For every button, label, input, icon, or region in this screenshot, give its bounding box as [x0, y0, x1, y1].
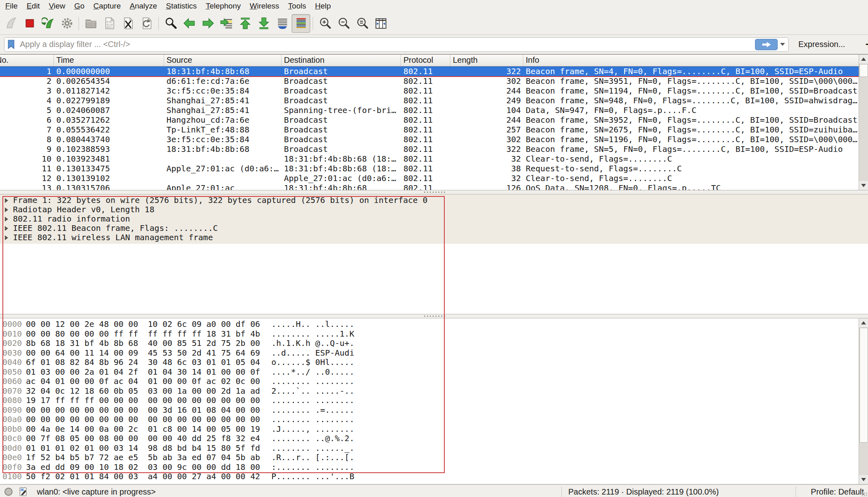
hex-bytes[interactable]: 00 00 00 00 00 00 00 00 00 3d 16 01 08 0…: [26, 405, 260, 415]
capture-stop-button[interactable]: [20, 14, 39, 33]
menu-go[interactable]: Go: [70, 0, 89, 12]
packet-row[interactable]: 70.055536422Tp-LinkT_ef:48:88Broadcast80…: [0, 125, 859, 134]
hex-row[interactable]: 007032 04 0c 12 18 60 0b 05 03 00 1a 00 …: [0, 386, 859, 396]
menu-wireless[interactable]: Wireless: [245, 0, 284, 12]
scrollbar-down-icon[interactable]: [859, 475, 868, 484]
hex-bytes[interactable]: 00 00 64 00 11 14 00 09 45 53 50 2d 41 7…: [26, 348, 260, 358]
hex-row[interactable]: 00406f 01 08 82 84 8b 96 24 30 48 6c 03 …: [0, 358, 859, 367]
zoom-out-button[interactable]: [334, 14, 353, 33]
hex-ascii[interactable]: ....*../ ..0.....: [271, 367, 354, 377]
menu-capture[interactable]: Capture: [89, 0, 126, 12]
hex-row[interactable]: 00a000 00 00 00 00 00 00 00 00 00 00 00 …: [0, 415, 859, 424]
hex-ascii[interactable]: ........ .....1.K: [271, 329, 354, 339]
hex-row[interactable]: 00f03a ed dd 09 00 10 18 02 03 00 9c 00 …: [0, 463, 859, 472]
hex-ascii[interactable]: .....H.. ..l.....: [271, 320, 354, 329]
scrollbar-track[interactable]: [859, 64, 868, 181]
hex-ascii[interactable]: .R...r.. [.:...[.: [271, 453, 354, 463]
hex-bytes[interactable]: 6f 01 08 82 84 8b 96 24 30 48 6c 03 01 0…: [26, 358, 260, 367]
menu-telephony[interactable]: Telephony: [201, 0, 245, 12]
hex-bytes[interactable]: 00 00 80 00 00 00 ff ff ff ff ff ff 18 3…: [26, 329, 260, 339]
hex-ascii[interactable]: ........ ..@.%.2.: [271, 434, 354, 444]
hex-bytes[interactable]: 50 f2 02 01 01 84 00 03 a4 00 00 27 a4 0…: [26, 472, 260, 482]
hex-row[interactable]: 008019 17 ff ff ff 00 00 00 00 00 00 00 …: [0, 396, 859, 405]
packet-bytes-scrollbar[interactable]: [859, 318, 868, 484]
packet-row[interactable]: 100.10392348118:31:bf:4b:8b:68 (18:…802.…: [0, 154, 859, 164]
expander-icon[interactable]: [5, 207, 8, 212]
hex-ascii[interactable]: :....... ........: [271, 463, 354, 472]
packet-row[interactable]: 120.130139102Apple_27:01:ac (d0:a6:…802.…: [0, 173, 859, 183]
menu-edit[interactable]: Edit: [22, 0, 45, 12]
hex-bytes[interactable]: 3a ed dd 09 00 10 18 02 03 00 9c 00 00 d…: [26, 463, 260, 472]
packet-row[interactable]: 90.10238859318:31:bf:4b:8b:68Broadcast80…: [0, 144, 859, 154]
menu-tools[interactable]: Tools: [284, 0, 310, 12]
column-header-source[interactable]: Source: [164, 55, 282, 66]
scrollbar-thumb[interactable]: [859, 328, 868, 443]
zoom-original-button[interactable]: [353, 14, 371, 33]
detail-tree-row[interactable]: Frame 1: 322 bytes on wire (2576 bits), …: [0, 196, 868, 205]
expander-icon[interactable]: [5, 198, 8, 203]
hex-row[interactable]: 00e01f 52 b4 b5 b7 72 ae e5 5b ab 3a ed …: [0, 453, 859, 463]
display-filter-input[interactable]: [19, 39, 755, 49]
packet-row[interactable]: 80.0804437403e:f5:cc:0e:35:84Broadcast80…: [0, 134, 859, 144]
hex-ascii[interactable]: .J....., ........: [271, 424, 354, 434]
hex-ascii[interactable]: ........ ......_.: [271, 444, 354, 453]
expander-icon[interactable]: [5, 235, 8, 240]
expander-icon[interactable]: [5, 217, 8, 222]
hex-ascii[interactable]: o......$ 0Hl.....: [271, 358, 354, 367]
hex-row[interactable]: 00d001 01 01 02 01 00 03 14 98 d8 bd b4 …: [0, 444, 859, 453]
filter-bookmark-icon[interactable]: [7, 39, 16, 50]
menu-view[interactable]: View: [44, 0, 70, 12]
column-header-length[interactable]: Length: [450, 55, 523, 66]
hex-bytes[interactable]: 32 04 0c 12 18 60 0b 05 03 00 1a 00 00 2…: [26, 386, 260, 396]
expert-info-icon[interactable]: [4, 487, 13, 496]
detail-tree-row[interactable]: IEEE 802.11 Beacon frame, Flags: .......…: [0, 224, 868, 233]
profile-text[interactable]: Profile: Default: [811, 487, 864, 497]
splitter-handle[interactable]: [423, 191, 445, 193]
expander-icon[interactable]: [5, 226, 8, 231]
packet-row[interactable]: 40.022799189Shanghai_27:85:41Broadcast80…: [0, 96, 859, 105]
auto-scroll-button[interactable]: [273, 14, 292, 33]
capture-comment-icon[interactable]: [19, 487, 28, 497]
hex-bytes[interactable]: 01 01 01 02 01 00 03 14 98 d8 bd b4 15 8…: [26, 444, 260, 453]
detail-tree-row[interactable]: Radiotap Header v0, Length 18: [0, 205, 868, 214]
hex-bytes[interactable]: 8b 68 18 31 bf 4b 8b 68 40 00 85 51 2d 7…: [26, 339, 260, 348]
capture-start-button[interactable]: [2, 14, 20, 33]
file-save-button[interactable]: 010101100011: [100, 14, 119, 33]
detail-tree-row[interactable]: 802.11 radio information: [0, 214, 868, 224]
column-header-time[interactable]: Time: [54, 55, 164, 66]
file-close-button[interactable]: [119, 14, 137, 33]
hex-bytes[interactable]: 01 03 00 00 2a 01 04 2f 01 04 30 14 01 0…: [26, 367, 260, 377]
go-forward-button[interactable]: [198, 14, 217, 33]
hex-bytes[interactable]: 00 4a 0e 14 00 0a 00 2c 01 c8 00 14 00 0…: [26, 424, 260, 434]
column-header-protocol[interactable]: Protocol: [401, 55, 450, 66]
hex-ascii[interactable]: ..d..... ESP-Audi: [271, 348, 354, 358]
hex-ascii[interactable]: ........ ........: [271, 377, 354, 386]
hex-row[interactable]: 010050 f2 02 01 01 84 00 03 a4 00 00 27 …: [0, 472, 859, 482]
expression-button[interactable]: Expression...: [798, 40, 845, 49]
capture-options-button[interactable]: [58, 14, 76, 33]
hex-row[interactable]: 001000 00 80 00 00 00 ff ff ff ff ff ff …: [0, 329, 859, 339]
hex-row[interactable]: 0060ac 04 01 00 00 0f ac 04 01 00 00 0f …: [0, 377, 859, 386]
hex-row[interactable]: 00c000 7f 08 05 00 08 00 00 00 00 40 dd …: [0, 434, 859, 444]
packet-row[interactable]: 60.035271262Hangzhou_cd:7a:6eBroadcast80…: [0, 115, 859, 125]
resize-columns-button[interactable]: [371, 14, 390, 33]
hex-bytes[interactable]: 1f 52 b4 b5 b7 72 ae e5 5b ab 3a ed 07 0…: [26, 453, 260, 463]
packet-row[interactable]: 130.130315706Apple_27:01:ac18:31:bf:4b:8…: [0, 183, 859, 190]
column-header-info[interactable]: Info: [523, 55, 859, 66]
hex-row[interactable]: 000000 00 12 00 2e 48 00 00 10 02 6c 09 …: [0, 320, 859, 329]
menu-statistics[interactable]: Statistics: [162, 0, 201, 12]
splitter-packet-details[interactable]: [0, 190, 868, 194]
hex-row[interactable]: 005001 03 00 00 2a 01 04 2f 01 04 30 14 …: [0, 367, 859, 377]
hex-bytes[interactable]: 00 00 00 00 00 00 00 00 00 00 00 00 00 0…: [26, 415, 260, 424]
menu-file[interactable]: File: [1, 0, 22, 12]
zoom-in-button[interactable]: [316, 14, 334, 33]
column-header-destination[interactable]: Destination: [282, 55, 401, 66]
packet-list-scrollbar[interactable]: [859, 55, 868, 190]
hex-ascii[interactable]: .h.1.K.h @..Q-u+.: [271, 339, 354, 348]
hex-ascii[interactable]: P....... ...'...B: [271, 472, 354, 482]
hex-bytes[interactable]: 00 00 12 00 2e 48 00 00 10 02 6c 09 a0 0…: [26, 320, 260, 329]
hex-row[interactable]: 009000 00 00 00 00 00 00 00 00 3d 16 01 …: [0, 405, 859, 415]
packet-row[interactable]: 110.130133475Apple_27:01:ac (d0:a6:…18:3…: [0, 164, 859, 173]
packet-row[interactable]: 50.024060087Shanghai_27:85:41Spanning-tr…: [0, 105, 859, 115]
hex-row[interactable]: 00208b 68 18 31 bf 4b 8b 68 40 00 85 51 …: [0, 339, 859, 348]
